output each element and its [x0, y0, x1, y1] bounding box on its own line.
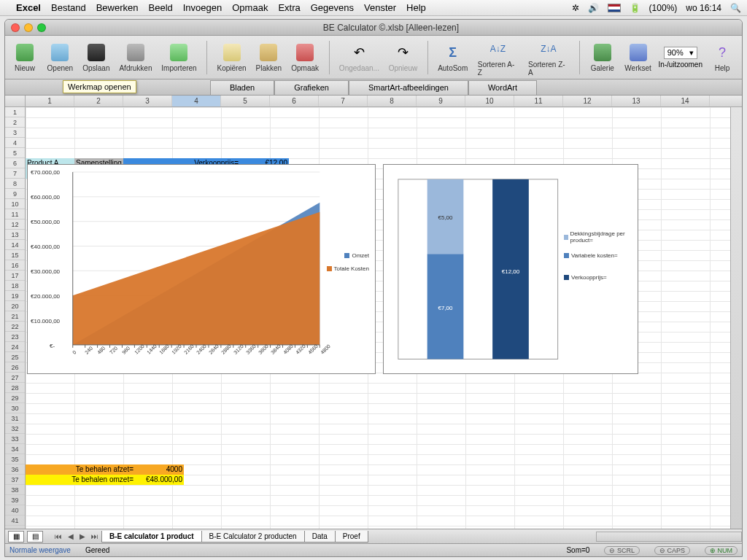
row-header[interactable]: 16	[5, 260, 25, 271]
row-header[interactable]: 12	[5, 219, 25, 230]
menu-beeld[interactable]: Beeld	[149, 2, 173, 13]
sheet-tab-2[interactable]: B-E Calculator 2 producten	[201, 531, 305, 542]
menu-opmaak[interactable]: Opmaak	[232, 2, 268, 13]
row-header[interactable]: 17	[5, 271, 25, 281]
app-name[interactable]: Excel	[16, 2, 41, 13]
row-header[interactable]: 13	[5, 230, 25, 240]
save-button[interactable]: Opslaan	[80, 41, 112, 74]
row-header[interactable]: 27	[5, 373, 25, 383]
zoom-icon[interactable]	[37, 23, 46, 32]
close-icon[interactable]	[11, 23, 20, 32]
paste-button[interactable]: Plakken	[253, 41, 285, 74]
row-header[interactable]: 20	[5, 301, 25, 311]
page-layout-icon[interactable]: ▤	[27, 531, 43, 542]
col-header[interactable]: 8	[368, 96, 417, 106]
col-header[interactable]: 4	[172, 96, 221, 106]
volume-icon[interactable]: 🔊	[588, 3, 599, 13]
help-button[interactable]: ?Help	[707, 41, 738, 74]
clock[interactable]: wo 16:14	[686, 3, 721, 13]
row-header[interactable]: 38	[5, 485, 25, 495]
col-header[interactable]: 1	[26, 96, 74, 106]
chevron-down-icon[interactable]: ▾	[689, 48, 694, 58]
tab-smartart[interactable]: SmartArt-afbeeldingen	[349, 80, 468, 95]
tab-last-icon[interactable]: ⏭	[88, 532, 101, 540]
import-button[interactable]: Importeren	[159, 41, 199, 74]
row-header[interactable]: 26	[5, 362, 25, 373]
grid[interactable]: 1234567891011121314151617181920212223242…	[5, 107, 742, 529]
row-header[interactable]: 7	[5, 168, 25, 179]
row-header[interactable]: 1	[5, 107, 25, 117]
spotlight-icon[interactable]: 🔍	[730, 3, 741, 13]
row-header[interactable]: 15	[5, 250, 25, 260]
row-header[interactable]: 2	[5, 117, 25, 128]
row-header[interactable]: 30	[5, 403, 25, 413]
normal-view-icon[interactable]: ▦	[8, 531, 24, 542]
row-header[interactable]: 28	[5, 383, 25, 393]
tab-prev-icon[interactable]: ◀	[65, 532, 77, 540]
col-header[interactable]: 10	[465, 96, 514, 106]
col-header[interactable]: 2	[74, 96, 123, 106]
row-header[interactable]: 11	[5, 209, 25, 219]
col-header[interactable]: 12	[563, 96, 612, 106]
row-header[interactable]: 40	[5, 505, 25, 516]
script-menu-icon[interactable]: ✲	[572, 3, 579, 13]
row-header[interactable]: 22	[5, 322, 25, 332]
menu-help[interactable]: Help	[406, 2, 426, 13]
sort-za-button[interactable]: Z↓ASorteren Z-A	[525, 37, 572, 78]
toolbox-button[interactable]: Werkset	[622, 41, 654, 74]
vertical-scrollbar[interactable]	[730, 107, 742, 529]
tab-wordart[interactable]: WordArt	[468, 80, 537, 95]
tab-grafieken[interactable]: Grafieken	[274, 80, 349, 95]
status-view[interactable]: Normale weergave	[9, 546, 71, 554]
titlebar[interactable]: BE Calculator ©.xlsb [Alleen-lezen]	[5, 20, 742, 36]
cell-afzet-val[interactable]: 4000	[135, 464, 184, 475]
row-header[interactable]: 23	[5, 332, 25, 342]
row-header[interactable]: 19	[5, 291, 25, 301]
row-header[interactable]: 24	[5, 342, 25, 352]
open-button[interactable]: Openen	[44, 41, 76, 74]
row-header[interactable]: 39	[5, 495, 25, 505]
row-header[interactable]: 14	[5, 240, 25, 250]
col-header[interactable]: 14	[661, 96, 710, 106]
menu-gegevens[interactable]: Gegevens	[311, 2, 354, 13]
tab-bladen[interactable]: Bladen	[210, 80, 274, 95]
row-header[interactable]: 33	[5, 434, 25, 444]
row-header[interactable]: 4	[5, 138, 25, 148]
row-header[interactable]: 21	[5, 311, 25, 322]
cell-omzet-val[interactable]: €48.000,00	[135, 475, 184, 485]
chart-breakeven-area[interactable]: €70.000,00 €60.000,00 €50.000,00 €40.000…	[27, 164, 376, 374]
row-header[interactable]: 35	[5, 454, 25, 464]
col-header[interactable]: 6	[270, 96, 319, 106]
col-header[interactable]: 13	[612, 96, 661, 106]
input-flag-icon[interactable]	[608, 4, 621, 12]
minimize-icon[interactable]	[24, 23, 33, 32]
cell-omzet-lbl[interactable]: Te behalen omzet=	[26, 475, 135, 485]
row-header[interactable]: 10	[5, 199, 25, 209]
row-header[interactable]: 18	[5, 281, 25, 291]
sort-az-button[interactable]: A↓ZSorteren A-Z	[475, 37, 521, 78]
row-header[interactable]: 8	[5, 179, 25, 189]
sheet-tab-4[interactable]: Proef	[335, 531, 368, 542]
undo-button[interactable]: ↶Ongedaan...	[337, 41, 382, 74]
col-header[interactable]: 9	[417, 96, 465, 106]
row-header[interactable]: 42	[5, 526, 25, 529]
gallery-button[interactable]: Galerie	[587, 41, 618, 74]
tab-next-icon[interactable]: ▶	[77, 532, 88, 540]
select-all-corner[interactable]	[5, 96, 26, 106]
menu-invoegen[interactable]: Invoegen	[183, 2, 222, 13]
row-header[interactable]: 25	[5, 352, 25, 362]
row-header[interactable]: 34	[5, 444, 25, 454]
sheet-tab-1[interactable]: B-E calculator 1 product	[101, 531, 202, 542]
row-header[interactable]: 36	[5, 464, 25, 475]
col-header[interactable]: 3	[123, 96, 172, 106]
copy-button[interactable]: Kopiëren	[214, 41, 249, 74]
row-header[interactable]: 5	[5, 148, 25, 158]
col-header[interactable]: 5	[221, 96, 270, 106]
format-button[interactable]: Opmaak	[289, 41, 322, 74]
col-header[interactable]: 11	[514, 96, 563, 106]
col-header[interactable]: 7	[319, 96, 368, 106]
tab-first-icon[interactable]: ⏮	[52, 532, 65, 540]
menu-extra[interactable]: Extra	[278, 2, 300, 13]
row-header[interactable]: 9	[5, 189, 25, 199]
row-header[interactable]: 6	[5, 158, 25, 168]
